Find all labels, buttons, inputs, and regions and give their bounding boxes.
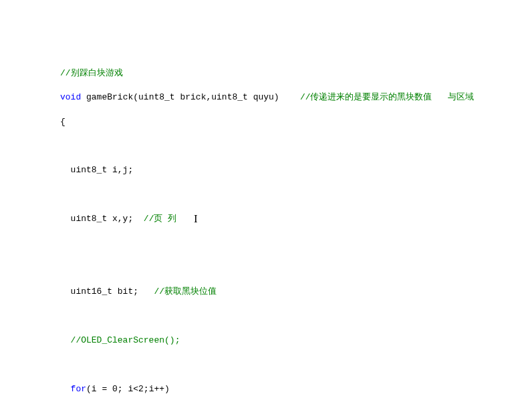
keyword-void: void [60, 92, 81, 102]
comment: //获取黑块位值 [154, 286, 217, 297]
comment: //传递进来的是要显示的黑块数值 与区域 [300, 92, 474, 102]
code-line [60, 311, 532, 323]
code-line: uint8_t x,y; //页 列I [60, 213, 532, 225]
code-line: void gameBrick(uint8_t brick,uint8_t quy… [60, 91, 532, 104]
code-line [60, 140, 532, 152]
code-editor-area[interactable]: //别踩白块游戏 void gameBrick(uint8_t brick,ui… [60, 55, 532, 394]
var-decl: uint16_t bit; [60, 286, 138, 297]
code-line: { [60, 116, 532, 128]
comment: //别踩白块游戏 [60, 68, 123, 78]
code-line: uint16_t bit; //获取黑块位值 [60, 286, 532, 298]
blank [60, 359, 65, 369]
for-cond: (i = 0; i<2;i++) [86, 384, 170, 394]
blank [60, 190, 65, 200]
code-line [60, 238, 532, 250]
var-decl: uint8_t i,j; [60, 165, 133, 175]
blank [60, 262, 65, 272]
brace: { [60, 117, 65, 127]
code-line: uint8_t i,j; [60, 164, 532, 176]
spacing [138, 286, 154, 297]
comment: //页 列 [144, 214, 176, 224]
function-decl: gameBrick(uint8_t brick,uint8_t quyu) [81, 92, 279, 102]
code-line [60, 359, 532, 371]
blank [60, 311, 65, 321]
code-line [60, 262, 532, 274]
spacing [279, 92, 300, 102]
code-line [60, 189, 532, 201]
keyword-for: for [71, 384, 86, 394]
blank [60, 141, 65, 151]
code-line: //OLED_ClearScreen(); [60, 335, 532, 347]
blank [60, 238, 65, 248]
spacing [133, 214, 144, 224]
code-line: //别踩白块游戏 [60, 67, 532, 79]
indent [60, 384, 71, 394]
comment: //OLED_ClearScreen(); [60, 335, 180, 345]
code-line: for(i = 0; i<2;i++) [60, 383, 532, 394]
text-cursor-icon: I [194, 211, 198, 227]
var-decl: uint8_t x,y; [60, 214, 133, 224]
